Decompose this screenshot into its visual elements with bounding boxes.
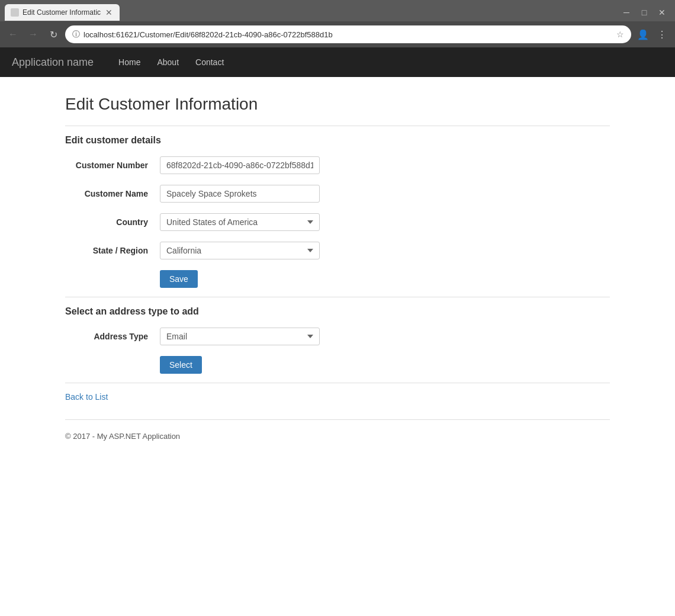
main-content: Edit Customer Information Edit customer … [41, 77, 634, 458]
customer-name-label: Customer Name [65, 189, 160, 198]
tab-bar: Edit Customer Informatic ✕ ─ □ ✕ [0, 0, 675, 21]
customer-number-label: Customer Number [65, 161, 160, 170]
forward-button[interactable]: → [25, 26, 41, 43]
country-group: Country United States of AmericaCanadaMe… [65, 213, 610, 231]
state-group: State / Region CaliforniaTexasNew YorkFl… [65, 242, 610, 259]
section2-title: Select an address type to add [65, 306, 610, 317]
refresh-button[interactable]: ↻ [45, 26, 62, 43]
back-to-list-link[interactable]: Back to List [65, 392, 108, 402]
customer-name-input[interactable] [160, 185, 320, 203]
nav-link-about[interactable]: About [150, 54, 186, 70]
profile-icon[interactable]: 👤 [635, 26, 651, 43]
address-type-label: Address Type [65, 332, 160, 341]
extensions-icon[interactable]: ⋮ [654, 26, 670, 43]
url-text: localhost:61621/Customer/Edit/68f8202d-2… [83, 30, 613, 39]
edit-customer-section: Edit customer details Customer Number Cu… [65, 135, 610, 288]
country-select[interactable]: United States of AmericaCanadaMexicoUnit… [160, 213, 320, 231]
bookmark-icon[interactable]: ☆ [616, 30, 624, 39]
customer-number-input[interactable] [160, 156, 320, 174]
footer: © 2017 - My ASP.NET Application [65, 419, 610, 441]
address-bar-row: ← → ↻ ⓘ localhost:61621/Customer/Edit/68… [0, 21, 675, 47]
back-button[interactable]: ← [5, 26, 21, 43]
navbar: Application name Home About Contact [0, 47, 675, 77]
page-title: Edit Customer Information [65, 95, 610, 114]
navbar-brand: Application name [12, 56, 94, 69]
nav-link-contact[interactable]: Contact [188, 54, 231, 70]
browser-chrome: Edit Customer Informatic ✕ ─ □ ✕ ← → ↻ ⓘ… [0, 0, 675, 47]
copyright-text: © 2017 - My ASP.NET Application [65, 432, 180, 441]
tab-favicon [11, 8, 19, 17]
divider-2 [65, 297, 610, 297]
browser-tab[interactable]: Edit Customer Informatic ✕ [5, 4, 120, 21]
divider-3 [65, 383, 610, 383]
tab-title: Edit Customer Informatic [22, 8, 101, 17]
browser-action-buttons: 👤 ⋮ [635, 26, 670, 43]
minimize-button[interactable]: ─ [618, 4, 635, 21]
divider-1 [65, 126, 610, 126]
close-button[interactable]: ✕ [654, 4, 670, 21]
state-label: State / Region [65, 246, 160, 255]
save-button[interactable]: Save [160, 270, 198, 288]
address-form-actions: Select [160, 356, 610, 374]
select-button[interactable]: Select [160, 356, 202, 374]
address-type-select[interactable]: EmailPhoneMailingBilling [160, 328, 320, 345]
nav-link-home[interactable]: Home [111, 54, 147, 70]
maximize-button[interactable]: □ [636, 4, 652, 21]
customer-number-group: Customer Number [65, 156, 610, 174]
window-controls: ─ □ ✕ [618, 4, 675, 21]
tab-close-button[interactable]: ✕ [104, 8, 114, 17]
state-select[interactable]: CaliforniaTexasNew YorkFloridaIllinois [160, 242, 320, 259]
navbar-links: Home About Contact [111, 54, 231, 70]
address-type-section: Select an address type to add Address Ty… [65, 306, 610, 374]
customer-name-group: Customer Name [65, 185, 610, 203]
country-label: Country [65, 217, 160, 227]
lock-icon: ⓘ [72, 29, 80, 40]
address-type-group: Address Type EmailPhoneMailingBilling [65, 328, 610, 345]
form-actions: Save [160, 270, 610, 288]
section1-title: Edit customer details [65, 135, 610, 146]
address-bar[interactable]: ⓘ localhost:61621/Customer/Edit/68f8202d… [65, 25, 631, 43]
